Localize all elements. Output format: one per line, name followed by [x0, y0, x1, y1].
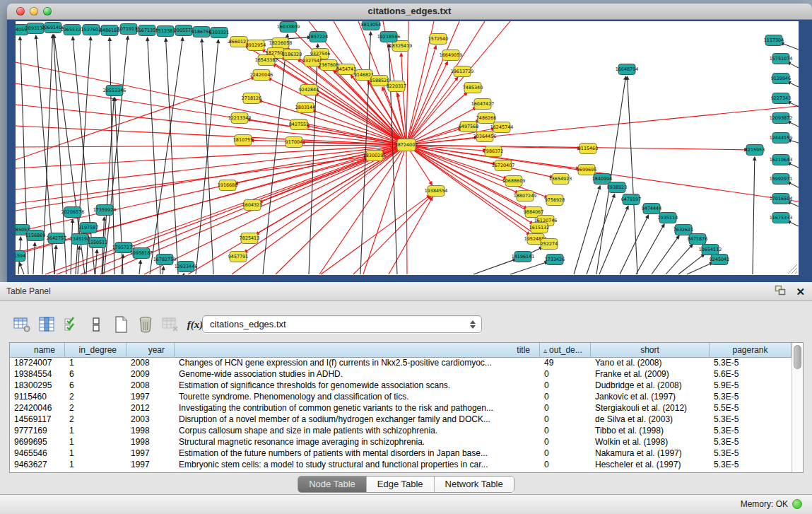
graph-node[interactable]: 6497568 [459, 122, 478, 132]
graph-node[interactable]: 17359924 [93, 205, 117, 216]
row-checks-icon[interactable] [61, 314, 82, 335]
graph-node[interactable]: 18807249 [514, 191, 537, 201]
graph-node[interactable]: 1572540 [428, 34, 448, 45]
graph-node[interactable]: 18300295 [363, 151, 387, 161]
graph-node[interactable]: 16033809 [277, 22, 300, 33]
graph-node[interactable]: 16047427 [471, 99, 495, 110]
graph-node[interactable]: 1117304 [764, 35, 784, 46]
graph-node[interactable]: 7512383 [155, 26, 175, 37]
graph-node[interactable]: 9245042 [710, 255, 729, 265]
graph-node[interactable]: 20553346 [103, 86, 126, 96]
graph-node[interactable]: 7825413 [240, 233, 259, 244]
graph-node[interactable]: 19384554 [425, 186, 448, 197]
graph-node[interactable]: 16720407 [492, 160, 515, 171]
graph-node[interactable]: 8215953 [745, 145, 765, 156]
graph-node[interactable]: 2642757 [47, 233, 66, 244]
network-canvas[interactable]: 8660123891295418226058182750316543382818… [16, 21, 799, 275]
graph-node[interactable]: 9227343 [771, 93, 791, 104]
graph-node[interactable]: 1156869 [25, 230, 45, 241]
tab-node-table[interactable]: Node Table [298, 477, 367, 492]
table-row[interactable]: 969969511998Structural magnetic resonanc… [10, 437, 792, 448]
graph-node[interactable]: 9115460 [578, 144, 598, 154]
graph-node[interactable]: 22420046 [250, 70, 273, 81]
table-row[interactable]: 911546021997Tourette syndrome. Phenomeno… [10, 392, 792, 403]
graph-node[interactable]: 10688609 [502, 176, 526, 187]
new-table-icon[interactable] [110, 314, 131, 335]
column-header-out_de[interactable]: ▵out_de... [540, 343, 591, 358]
tab-network-table[interactable]: Network Table [435, 477, 514, 492]
graph-node[interactable]: 6303321 [209, 28, 229, 38]
table-row[interactable]: 977716911998Corpus callosum shape and si… [10, 426, 792, 437]
graph-node[interactable]: 10958187 [130, 248, 153, 259]
graph-node[interactable]: 7986372 [483, 146, 503, 157]
column-header-title[interactable]: title [175, 343, 540, 358]
graph-node[interactable]: 19613729 [451, 66, 474, 77]
table-row[interactable]: 1830029562008Estimation of significance … [10, 380, 792, 392]
graph-node[interactable]: 12923446 [175, 262, 198, 272]
graph-node[interactable]: 9474444 [642, 204, 661, 214]
table-row[interactable]: 1872400712008Changes of HCN gene express… [10, 358, 792, 369]
graph-node[interactable]: 9756928 [545, 195, 565, 206]
graph-node[interactable]: 8813054 [361, 21, 381, 30]
graph-node[interactable]: 10655327 [61, 25, 84, 35]
table-options-icon[interactable] [11, 314, 33, 335]
graph-node[interactable]: 16210643 [770, 155, 793, 165]
canvas-resize-grip[interactable] [788, 264, 797, 274]
graph-node[interactable]: 13654923 [549, 174, 572, 185]
graph-node[interactable]: 14196141 [512, 252, 535, 262]
graph-node[interactable]: 17016504 [770, 194, 793, 204]
graph-node[interactable]: 16648794 [616, 64, 639, 75]
graph-node[interactable]: 7485340 [463, 83, 483, 93]
tab-edge-table[interactable]: Edge Table [367, 477, 435, 492]
graph-node[interactable]: 9457791 [228, 252, 248, 262]
import-table-icon[interactable] [160, 314, 181, 335]
graph-node[interactable]: 1350513 [88, 238, 107, 248]
close-panel-icon[interactable]: ✕ [796, 286, 805, 298]
graph-node[interactable]: 2718126 [242, 93, 261, 104]
graph-node[interactable]: 1527602 [81, 25, 101, 35]
graph-node[interactable]: 15751074 [770, 54, 793, 64]
window-titlebar[interactable]: citations_edges.txt [7, 4, 812, 20]
graph-node[interactable]: 391594 [16, 251, 25, 262]
graph-node[interactable]: 8186328 [282, 49, 302, 60]
scrollbar-thumb[interactable] [794, 345, 801, 369]
table-vertical-scrollbar[interactable] [792, 343, 803, 472]
table-selector-combo[interactable]: citations_edges.txt [202, 315, 482, 333]
column-header-in_degree[interactable]: in_degree [65, 343, 126, 358]
graph-node[interactable]: 11675333 [770, 213, 793, 223]
graph-node[interactable]: 6479197 [621, 194, 641, 205]
graph-node[interactable]: 2935114 [658, 213, 678, 223]
graph-node[interactable]: 12444159 [770, 133, 793, 144]
graph-node[interactable]: 9197587 [78, 223, 98, 233]
graph-node[interactable]: 19218586 [377, 32, 401, 42]
table-row[interactable]: 1456911722003Disruption of a novel membe… [10, 414, 792, 426]
graph-node[interactable]: 8938923 [607, 182, 627, 193]
column-header-year[interactable]: year [126, 343, 175, 358]
graph-hub-node[interactable]: 18724007 [395, 139, 418, 151]
graph-node[interactable]: 20364456 [473, 132, 497, 142]
graph-node[interactable]: 16782759 [153, 255, 177, 265]
table-row[interactable]: 946554611997Estimation of the future num… [10, 448, 792, 460]
graph-node[interactable]: 16543382 [255, 55, 278, 66]
graph-node[interactable]: 1810755 [233, 135, 253, 146]
graph-node[interactable]: 917004 [286, 137, 302, 148]
graph-node[interactable]: 1733426 [545, 255, 565, 265]
graph-node[interactable]: 8220317 [387, 81, 406, 92]
column-header-pagerank[interactable]: pagerank [710, 343, 792, 358]
graph-node[interactable]: 252274 [541, 239, 558, 250]
graph-node[interactable]: 12213343 [228, 113, 252, 124]
graph-node[interactable]: 8427552 [289, 119, 309, 130]
graph-node[interactable]: 7486266 [476, 113, 496, 124]
table-row[interactable]: 1938455462009Genome-wide association stu… [10, 369, 792, 380]
graph-node[interactable]: 9699695 [577, 165, 596, 175]
graph-node[interactable]: 18226058 [269, 38, 293, 49]
graph-node[interactable]: 15992971 [770, 174, 793, 185]
graph-node[interactable]: 9242844 [299, 85, 319, 95]
graph-node[interactable]: 1615132 [529, 223, 549, 233]
graph-node[interactable]: 10654112 [699, 245, 722, 255]
table-row[interactable]: 946362711997Embryonic stem cells: a mode… [10, 460, 792, 471]
graph-node[interactable]: 1604323 [242, 200, 262, 211]
graph-node[interactable]: 2803144 [295, 103, 315, 113]
graph-node[interactable]: 1916688 [218, 180, 237, 191]
graph-node[interactable]: 16649059 [440, 50, 463, 61]
